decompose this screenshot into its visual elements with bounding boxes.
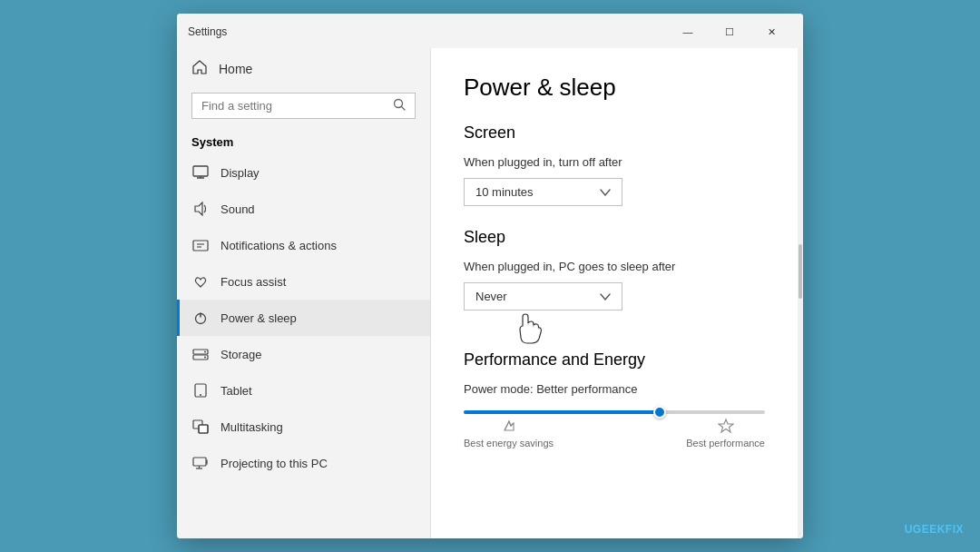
display-icon bbox=[191, 163, 210, 182]
focus-icon bbox=[191, 272, 210, 291]
tablet-label: Tablet bbox=[220, 384, 252, 398]
energy-savings-icon bbox=[501, 418, 517, 436]
performance-section: Performance and Energy Power mode: Bette… bbox=[464, 350, 765, 448]
best-performance-icon bbox=[718, 418, 734, 436]
multitasking-icon bbox=[191, 418, 210, 436]
multitasking-label: Multitasking bbox=[220, 420, 283, 434]
svg-rect-18 bbox=[199, 425, 208, 433]
notifications-icon bbox=[191, 236, 210, 254]
sidebar-item-multitasking[interactable]: Multitasking bbox=[177, 409, 430, 445]
storage-label: Storage bbox=[220, 348, 262, 361]
sleep-dropdown-value: Never bbox=[475, 290, 507, 303]
close-button[interactable]: ✕ bbox=[750, 21, 792, 43]
slider-right-label: Best performance bbox=[686, 438, 765, 448]
page-title: Power & sleep bbox=[464, 74, 765, 102]
sleep-label: When plugged in, PC goes to sleep after bbox=[464, 260, 765, 273]
sidebar-item-projecting[interactable]: Projecting to this PC bbox=[177, 445, 430, 481]
minimize-button[interactable]: — bbox=[667, 21, 709, 43]
home-icon bbox=[191, 59, 208, 78]
display-label: Display bbox=[220, 166, 260, 180]
search-icon bbox=[393, 98, 406, 113]
sidebar-item-sound[interactable]: Sound bbox=[177, 191, 430, 227]
main-content: Power & sleep Screen When plugged in, tu… bbox=[431, 48, 798, 538]
window-content: Home System bbox=[177, 48, 803, 538]
slider-fill bbox=[464, 410, 660, 414]
window-controls: — ☐ ✕ bbox=[667, 21, 792, 43]
watermark: UGEEKFIX bbox=[905, 523, 964, 536]
watermark-text: UGEEKFIX bbox=[905, 523, 964, 536]
slider-thumb[interactable] bbox=[653, 406, 666, 419]
sleep-section-title: Sleep bbox=[464, 228, 765, 247]
projecting-label: Projecting to this PC bbox=[220, 457, 328, 470]
slider-left-label: Best energy savings bbox=[464, 438, 554, 448]
power-mode-label: Power mode: Better performance bbox=[464, 382, 765, 396]
settings-window: Settings — ☐ ✕ Home bbox=[177, 14, 803, 538]
sidebar-item-storage[interactable]: Storage bbox=[177, 336, 430, 372]
sidebar-item-home[interactable]: Home bbox=[177, 48, 430, 89]
sleep-section: Sleep When plugged in, PC goes to sleep … bbox=[464, 228, 765, 332]
screen-dropdown-chevron-icon bbox=[600, 185, 611, 199]
tablet-icon bbox=[191, 381, 210, 399]
svg-point-14 bbox=[204, 357, 206, 359]
power-label: Power & sleep bbox=[220, 311, 297, 325]
window-title: Settings bbox=[188, 25, 227, 38]
slider-label-right: Best performance bbox=[686, 418, 765, 448]
system-section-label: System bbox=[177, 130, 430, 154]
screen-label: When plugged in, turn off after bbox=[464, 155, 765, 169]
svg-marker-26 bbox=[719, 419, 733, 432]
home-label: Home bbox=[219, 62, 252, 76]
sidebar: Home System bbox=[177, 48, 431, 538]
sidebar-item-tablet[interactable]: Tablet bbox=[177, 372, 430, 409]
svg-point-16 bbox=[200, 394, 201, 396]
sidebar-item-focus[interactable]: Focus assist bbox=[177, 263, 430, 300]
svg-marker-5 bbox=[195, 202, 202, 215]
screen-dropdown-value: 10 minutes bbox=[475, 185, 534, 199]
maximize-button[interactable]: ☐ bbox=[709, 21, 750, 43]
sidebar-item-power[interactable]: Power & sleep bbox=[177, 300, 430, 336]
sleep-dropdown-chevron-icon bbox=[600, 290, 611, 303]
performance-section-title: Performance and Energy bbox=[464, 350, 765, 370]
focus-label: Focus assist bbox=[220, 275, 286, 289]
screen-section-title: Screen bbox=[464, 123, 765, 143]
search-box[interactable] bbox=[191, 93, 416, 119]
svg-point-13 bbox=[204, 351, 206, 353]
power-slider-track[interactable] bbox=[464, 410, 765, 414]
notifications-label: Notifications & actions bbox=[220, 239, 337, 252]
slider-label-left: Best energy savings bbox=[464, 418, 554, 448]
svg-rect-6 bbox=[193, 241, 208, 251]
screen-section: Screen When plugged in, turn off after 1… bbox=[464, 123, 765, 206]
sound-label: Sound bbox=[220, 202, 255, 216]
scrollbar[interactable] bbox=[798, 48, 803, 538]
power-slider-container: Best energy savings Best performance bbox=[464, 410, 765, 448]
power-icon bbox=[191, 309, 210, 327]
slider-labels: Best energy savings Best performance bbox=[464, 418, 765, 448]
sidebar-item-notifications[interactable]: Notifications & actions bbox=[177, 227, 430, 263]
screen-dropdown[interactable]: 10 minutes bbox=[464, 178, 622, 206]
sidebar-item-display[interactable]: Display bbox=[177, 154, 430, 191]
svg-rect-20 bbox=[193, 458, 206, 466]
search-input[interactable] bbox=[201, 99, 386, 113]
storage-icon bbox=[191, 345, 210, 363]
sleep-dropdown[interactable]: Never bbox=[464, 282, 622, 310]
projecting-icon bbox=[191, 454, 210, 472]
sound-icon bbox=[191, 200, 210, 218]
svg-line-1 bbox=[402, 107, 406, 111]
titlebar: Settings — ☐ ✕ bbox=[177, 14, 803, 48]
svg-rect-2 bbox=[193, 166, 208, 176]
